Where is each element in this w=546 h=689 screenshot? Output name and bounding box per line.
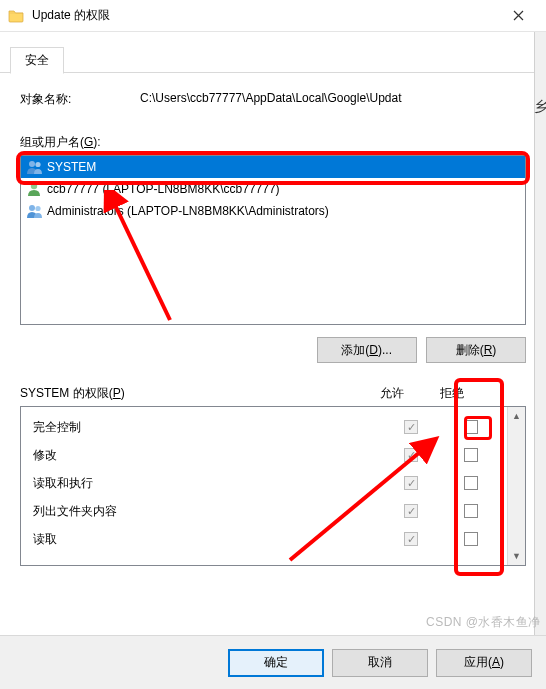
allow-column-label: 允许: [362, 385, 422, 402]
permissions-listbox: 完全控制 修改 读取和执行 列出文件夹内容: [20, 406, 526, 566]
permission-row: 完全控制: [21, 413, 507, 441]
scrollbar-track[interactable]: [508, 425, 525, 547]
watermark: CSDN @水香木鱼净: [426, 614, 541, 631]
object-name-label: 对象名称:: [20, 91, 140, 108]
cancel-button[interactable]: 取消: [332, 649, 428, 677]
permission-row: 修改: [21, 441, 507, 469]
principal-item-label: Administrators (LAPTOP-LN8BM8KK\Administ…: [47, 204, 329, 218]
svg-point-0: [29, 161, 35, 167]
permission-name: 修改: [27, 447, 381, 464]
permission-row: 读取: [21, 525, 507, 553]
user-icon: [25, 181, 45, 197]
principal-buttons-row: 添加(D)... 删除(R): [20, 337, 526, 363]
scrollbar-down-icon[interactable]: ▼: [508, 547, 525, 565]
scrollbar[interactable]: ▲ ▼: [507, 407, 525, 565]
deny-checkbox[interactable]: [464, 476, 478, 490]
allow-checkbox[interactable]: [404, 476, 418, 490]
tab-security[interactable]: 安全: [10, 47, 64, 74]
principals-listbox[interactable]: SYSTEM ccb77777 (LAPTOP-LN8BM8KK\ccb7777…: [20, 155, 526, 325]
folder-icon: [8, 8, 24, 24]
deny-checkbox[interactable]: [464, 504, 478, 518]
deny-column-label: 拒绝: [422, 385, 482, 402]
remove-button[interactable]: 删除(R): [426, 337, 526, 363]
tab-strip: 安全: [0, 32, 546, 73]
permission-name: 列出文件夹内容: [27, 503, 381, 520]
principal-item-administrators[interactable]: Administrators (LAPTOP-LN8BM8KK\Administ…: [21, 200, 525, 222]
background-window-edge: 乡: [534, 32, 546, 635]
principal-item-user[interactable]: ccb77777 (LAPTOP-LN8BM8KK\ccb77777): [21, 178, 525, 200]
principal-item-system[interactable]: SYSTEM: [21, 156, 525, 178]
permissions-header: SYSTEM 的权限(P) 允许 拒绝: [20, 385, 526, 402]
deny-checkbox[interactable]: [464, 532, 478, 546]
object-path: C:\Users\ccb77777\AppData\Local\Google\U…: [140, 91, 526, 108]
scrollbar-up-icon[interactable]: ▲: [508, 407, 525, 425]
permission-row: 列出文件夹内容: [21, 497, 507, 525]
allow-checkbox[interactable]: [404, 448, 418, 462]
groups-label: 组或用户名(G):: [20, 134, 526, 151]
svg-point-3: [29, 205, 35, 211]
dialog-footer: 确定 取消 应用(A): [0, 635, 546, 689]
svg-point-4: [35, 206, 40, 211]
group-icon: [25, 203, 45, 219]
svg-point-2: [31, 183, 37, 189]
apply-button[interactable]: 应用(A): [436, 649, 532, 677]
tab-content: 对象名称: C:\Users\ccb77777\AppData\Local\Go…: [0, 73, 546, 576]
permissions-for-label: SYSTEM 的权限(P): [20, 385, 362, 402]
title-bar: Update 的权限: [0, 0, 546, 32]
deny-checkbox[interactable]: [464, 448, 478, 462]
permission-row: 读取和执行: [21, 469, 507, 497]
group-icon: [25, 159, 45, 175]
allow-checkbox[interactable]: [404, 532, 418, 546]
deny-checkbox[interactable]: [464, 420, 478, 434]
allow-checkbox[interactable]: [404, 504, 418, 518]
permission-name: 完全控制: [27, 419, 381, 436]
permission-name: 读取: [27, 531, 381, 548]
window-title: Update 的权限: [32, 7, 498, 24]
close-icon: [513, 10, 524, 21]
allow-checkbox[interactable]: [404, 420, 418, 434]
principal-item-label: SYSTEM: [47, 160, 96, 174]
permission-name: 读取和执行: [27, 475, 381, 492]
svg-point-1: [35, 162, 40, 167]
principal-item-label: ccb77777 (LAPTOP-LN8BM8KK\ccb77777): [47, 182, 280, 196]
add-button[interactable]: 添加(D)...: [317, 337, 417, 363]
ok-button[interactable]: 确定: [228, 649, 324, 677]
close-button[interactable]: [498, 2, 538, 30]
object-name-row: 对象名称: C:\Users\ccb77777\AppData\Local\Go…: [20, 91, 526, 108]
